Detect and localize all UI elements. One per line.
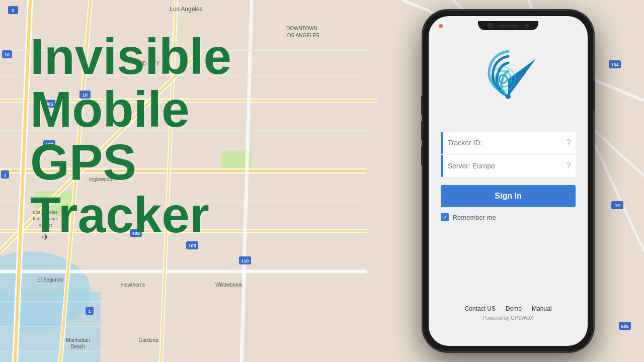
svg-marker-80	[508, 59, 536, 97]
volume-up-button	[421, 96, 423, 116]
svg-text:Hawthorne: Hawthorne	[121, 282, 146, 288]
title-line4: Tracker	[30, 189, 231, 241]
tracker-id-help[interactable]: ?	[566, 138, 571, 147]
svg-text:605: 605	[621, 324, 628, 329]
phone-screen: ? ? Sign In ✓ Remember me Contact US Dem…	[429, 16, 588, 346]
svg-text:Gardena: Gardena	[139, 337, 158, 343]
svg-text:Los Angeles: Los Angeles	[170, 6, 202, 13]
app-logo	[473, 46, 543, 117]
svg-text:2: 2	[12, 8, 14, 13]
tracker-id-field[interactable]: ?	[441, 132, 576, 154]
power-button	[593, 80, 595, 111]
svg-text:Willowbrook: Willowbrook	[215, 282, 243, 288]
svg-point-81	[506, 94, 511, 99]
svg-text:Manhattan: Manhattan	[66, 337, 90, 343]
tracker-id-input[interactable]	[448, 139, 567, 147]
svg-text:DOWNTOWN: DOWNTOWN	[286, 26, 317, 31]
status-indicator	[439, 24, 443, 28]
svg-text:164: 164	[611, 62, 618, 67]
front-camera	[488, 23, 493, 28]
demo-link[interactable]: Demo	[506, 305, 522, 312]
phone-mockup: ? ? Sign In ✓ Remember me Contact US Dem…	[423, 10, 594, 352]
title-line3: GPS	[30, 136, 231, 189]
volume-down-button	[421, 121, 423, 141]
server-input[interactable]	[448, 162, 567, 170]
svg-text:19: 19	[615, 203, 620, 208]
title-overlay: Invisible Mobile GPS Tracker	[30, 30, 231, 241]
silent-button	[421, 146, 423, 166]
phone-sensor	[525, 24, 529, 28]
remember-me-row: ✓ Remember me	[441, 213, 576, 221]
svg-text:110: 110	[241, 258, 249, 263]
phone-speaker	[499, 25, 519, 27]
svg-text:El Segundo: El Segundo	[37, 277, 63, 283]
sign-in-button[interactable]: Sign In	[441, 185, 576, 207]
server-help[interactable]: ?	[566, 161, 571, 170]
title-line2: Mobile	[30, 83, 231, 136]
phone-footer: Contact US Demo Manual Powered by GPSWOX	[429, 305, 588, 321]
phone-notch	[478, 21, 538, 30]
powered-by-text: Powered by GPSWOX	[483, 315, 534, 321]
svg-text:1: 1	[4, 172, 6, 177]
svg-text:105: 105	[188, 243, 196, 248]
svg-text:Beach: Beach	[71, 344, 85, 349]
manual-link[interactable]: Manual	[532, 305, 551, 312]
remember-me-checkbox[interactable]: ✓	[441, 213, 449, 221]
remember-me-label: Remember me	[453, 214, 496, 221]
footer-links: Contact US Demo Manual	[465, 305, 552, 312]
login-form: ? ?	[441, 132, 576, 178]
svg-text:10: 10	[5, 52, 10, 57]
title-line1: Invisible	[30, 30, 231, 83]
contact-us-link[interactable]: Contact US	[465, 305, 496, 312]
svg-text:LOS ANGELES: LOS ANGELES	[284, 33, 319, 38]
svg-text:1: 1	[88, 309, 91, 314]
server-field[interactable]: ?	[441, 155, 576, 177]
